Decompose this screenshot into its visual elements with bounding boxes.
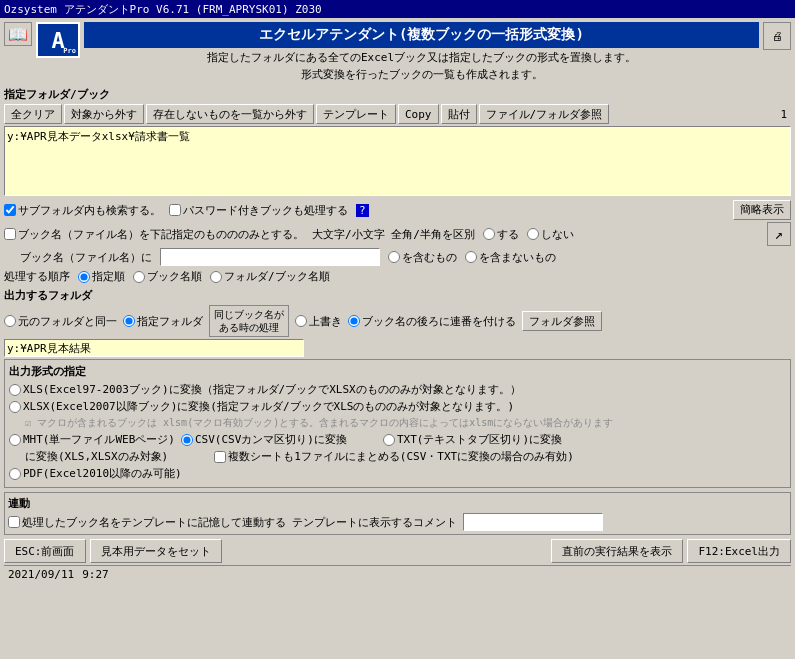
bookname-checkbox[interactable]: ブック名（ファイル名）を下記指定のものののみとする。 [4, 227, 304, 242]
status-time: 9:27 [82, 568, 109, 581]
mht-label: MHT(単一ファイルWEBページ) [23, 432, 175, 447]
subfolder-label: サブフォルダ内も検索する。 [18, 203, 161, 218]
comment-input[interactable] [463, 513, 603, 531]
template-button[interactable]: テンプレート [316, 104, 396, 124]
file-folder-ref-button[interactable]: ファイル/フォルダ参照 [479, 104, 610, 124]
order-bookname-radio[interactable]: ブック名順 [133, 269, 202, 284]
printer-icon[interactable]: 🖨 [763, 22, 791, 50]
title-text: Ozsystem アテンダントPro V6.71 (FRM_APRYSK01) … [4, 2, 322, 17]
output-folder-label: 出力するフォルダ [4, 288, 791, 303]
case-do-radio[interactable]: する [483, 227, 519, 242]
ryaku-button[interactable]: 簡略表示 [733, 200, 791, 220]
esc-button[interactable]: ESC:前画面 [4, 539, 86, 563]
xls-label: XLS(Excel97-2003ブック)に変換（指定フォルダ/ブックでXLSXの… [23, 382, 521, 397]
mht-sub: に変換(XLS,XLSXのみ対象) [25, 449, 168, 464]
order-specified-radio[interactable]: 指定順 [78, 269, 125, 284]
xlsx-label: XLSX(Excel2007以降ブック)に変換(指定フォルダ/ブックでXLSのも… [23, 399, 514, 414]
remove-absent-button[interactable]: 存在しないものを一覧から外す [146, 104, 314, 124]
subfolder-checkbox[interactable]: サブフォルダ内も検索する。 [4, 203, 161, 218]
sequential-radio[interactable]: ブック名の後ろに連番を付ける [348, 314, 516, 329]
renzou-checkbox[interactable]: 処理したブック名をテンプレートに記憶して連動する [8, 515, 286, 530]
contains-radio[interactable]: を含むもの [388, 250, 457, 265]
file-list[interactable]: y:¥APR見本データxlsx¥請求書一覧 [4, 126, 791, 196]
clear-all-button[interactable]: 全クリア [4, 104, 62, 124]
folder-ref-button[interactable]: フォルダ参照 [522, 311, 602, 331]
txt-radio[interactable]: TXT(テキストタブ区切り)に変換 [383, 432, 562, 447]
bookname-field-label: ブック名（ファイル名）に [20, 250, 152, 265]
pdf-label: PDF(Excel2010以降のみ可能) [23, 466, 182, 481]
password-label: パスワード付きブックも処理する [183, 203, 348, 218]
multisheet-label: 複数シートも1ファイルにまとめる(CSV・TXTに変換の場合のみ有効) [228, 449, 574, 464]
header-desc1: 指定したフォルダにある全てのExcelブック又は指定したブックの形式を置換します… [207, 50, 636, 67]
pdf-radio[interactable]: PDF(Excel2010以降のみ可能) [9, 466, 182, 481]
status-bar: 2021/09/11 9:27 [4, 565, 791, 583]
toolbar-number: 1 [776, 107, 791, 122]
xls-radio[interactable]: XLS(Excel97-2003ブック)に変換（指定フォルダ/ブックでXLSXの… [9, 382, 521, 397]
header-desc2: 形式変換を行ったブックの一覧も作成されます。 [301, 67, 543, 84]
sample-button[interactable]: 見本用データをセット [90, 539, 222, 563]
xlsx-radio[interactable]: XLSX(Excel2007以降ブック)に変換(指定フォルダ/ブックでXLSのも… [9, 399, 514, 414]
excel-output-button[interactable]: F12:Excel出力 [687, 539, 791, 563]
a-logo: APro [36, 22, 80, 58]
output-folder-input[interactable] [4, 339, 304, 357]
title-bar: Ozsystem アテンダントPro V6.71 (FRM_APRYSK01) … [0, 0, 795, 18]
bookname-input[interactable] [160, 248, 380, 266]
folder-book-label: 指定フォルダ/ブック [4, 87, 791, 102]
book-icon[interactable]: 📖 [4, 22, 32, 46]
password-checkbox[interactable]: パスワード付きブックも処理する [169, 203, 348, 218]
overwrite-radio[interactable]: 上書き [295, 314, 342, 329]
copy-button[interactable]: Copy [398, 104, 439, 124]
file-list-value: y:¥APR見本データxlsx¥請求書一覧 [7, 130, 190, 143]
renzou-label: 処理したブック名をテンプレートに記憶して連動する [22, 515, 286, 530]
header-title: エクセルアテンダント(複数ブックの一括形式変換) [84, 22, 759, 48]
last-result-button[interactable]: 直前の実行結果を表示 [551, 539, 683, 563]
bookname-label: ブック名（ファイル名）を下記指定のものののみとする。 [18, 227, 304, 242]
order-label: 処理する順序 [4, 269, 70, 284]
paste-button[interactable]: 貼付 [441, 104, 477, 124]
mht-radio[interactable]: MHT(単一ファイルWEBページ) [9, 432, 175, 447]
specified-folder-radio[interactable]: 指定フォルダ [123, 314, 203, 329]
same-folder-radio[interactable]: 元のフォルダと同一 [4, 314, 117, 329]
notcontains-radio[interactable]: を含まないもの [465, 250, 556, 265]
status-date: 2021/09/11 [8, 568, 74, 581]
multisheet-checkbox[interactable]: 複数シートも1ファイルにまとめる(CSV・TXTに変換の場合のみ有効) [214, 449, 574, 464]
remove-target-button[interactable]: 対象から外す [64, 104, 144, 124]
case-label: 大文字/小文字 全角/半角を区別 [312, 227, 475, 242]
renzou-title: 連動 [8, 496, 787, 511]
diagonal-icon: ↗ [767, 222, 791, 246]
same-name-box: 同じブック名がある時の処理 [209, 305, 289, 337]
comment-label: テンプレートに表示するコメント [292, 515, 457, 530]
macro-note: ☑ マクロが含まれるブックは xlsm(マクロ有効ブック)とする。含まれるマクロ… [25, 416, 613, 430]
txt-label: TXT(テキストタブ区切り)に変換 [397, 432, 562, 447]
csv-label: CSV(CSVカンマ区切り)に変換 [195, 432, 347, 447]
format-title: 出力形式の指定 [9, 364, 786, 379]
csv-radio[interactable]: CSV(CSVカンマ区切り)に変換 [181, 432, 347, 447]
help-icon[interactable]: ? [356, 204, 369, 217]
order-folderbookname-radio[interactable]: フォルダ/ブック名順 [210, 269, 330, 284]
case-notdo-radio[interactable]: しない [527, 227, 574, 242]
